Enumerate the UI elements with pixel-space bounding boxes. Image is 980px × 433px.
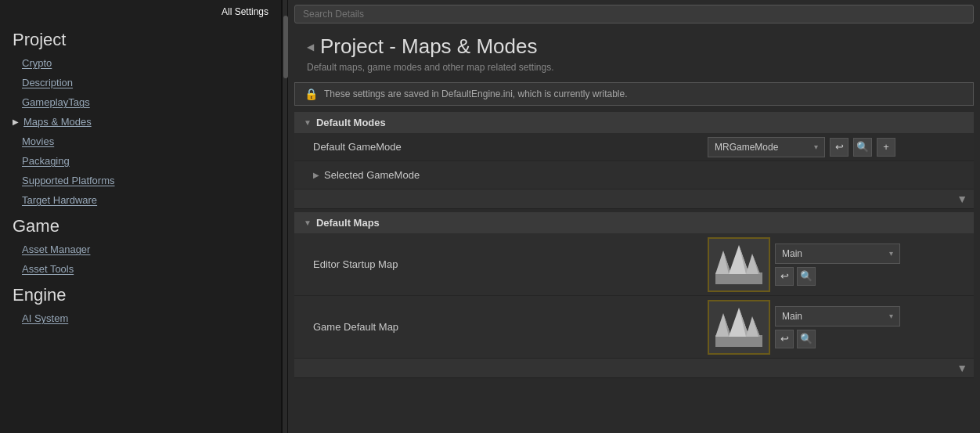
default-maps-down-arrow[interactable]: ▼ — [957, 362, 967, 374]
editor-startup-search-btn[interactable]: 🔍 — [797, 267, 816, 286]
editor-startup-map-label: Editor Startup Map — [294, 254, 701, 275]
default-maps-header[interactable]: ▼ Default Maps — [294, 212, 974, 233]
editor-startup-map-thumbnail — [708, 237, 770, 292]
page-subtitle: Default maps, game modes and other map r… — [288, 62, 980, 79]
sidebar-item-packaging[interactable]: Packaging — [0, 151, 281, 171]
default-gamemode-label: Default GameMode — [294, 136, 701, 157]
game-map-thumbnail-svg — [712, 304, 766, 351]
game-default-reset-btn[interactable]: ↩ — [775, 330, 794, 348]
search-input[interactable] — [294, 5, 974, 23]
gamemode-search-btn[interactable]: 🔍 — [853, 138, 872, 157]
sidebar-scroll-divider — [282, 0, 288, 433]
page-header: ◀ Project - Maps & Modes — [288, 28, 980, 62]
svg-rect-0 — [715, 272, 762, 284]
editor-startup-reset-btn[interactable]: ↩ — [775, 267, 794, 286]
game-default-map-row: Game Default Map Main — [294, 296, 974, 359]
selected-gamemode-expand-arrow[interactable]: ▶ — [313, 171, 319, 179]
all-settings-link[interactable]: All Settings — [0, 0, 281, 23]
selected-gamemode-row: ▶ Selected GameMode — [294, 161, 974, 189]
scroll-handle — [283, 16, 288, 78]
default-maps-footer: ▼ — [294, 359, 974, 378]
gamemode-reset-btn[interactable]: ↩ — [830, 138, 848, 157]
editor-startup-map-value: Main ▾ ↩ 🔍 — [701, 234, 974, 295]
game-default-map-thumbnail — [708, 300, 770, 355]
content-area: ▼ Default Modes Default GameMode MRGameM… — [288, 109, 980, 433]
default-gamemode-value: MRGameMode ▾ ↩ 🔍 + — [701, 134, 974, 161]
gamemode-dropdown-value: MRGameMode — [715, 142, 778, 153]
sidebar-item-ai-system[interactable]: AI System — [0, 309, 281, 328]
gamemode-dropdown[interactable]: MRGameMode ▾ — [708, 137, 825, 157]
game-default-map-controls: Main ▾ ↩ 🔍 — [775, 306, 900, 348]
default-modes-footer: ▼ — [294, 189, 974, 209]
editor-startup-map-controls: Main ▾ ↩ 🔍 — [775, 244, 900, 286]
gamemode-dropdown-arrow: ▾ — [814, 143, 818, 151]
editor-startup-dropdown-arrow: ▾ — [889, 249, 893, 258]
selected-gamemode-value — [701, 172, 974, 179]
sidebar: All Settings Project Crypto Description … — [0, 0, 282, 433]
sidebar-item-gameplaytags[interactable]: GameplayTags — [0, 92, 281, 112]
maps-modes-label: Maps & Modes — [23, 116, 92, 128]
sidebar-section-engine: Engine — [0, 279, 281, 309]
sidebar-section-project: Project — [0, 23, 281, 53]
default-modes-collapse-arrow: ▼ — [304, 118, 312, 127]
sidebar-section-game: Game — [0, 210, 281, 240]
game-default-map-value: Main ▾ ↩ 🔍 — [701, 297, 974, 358]
sidebar-item-crypto[interactable]: Crypto — [0, 53, 281, 73]
selected-gamemode-label: ▶ Selected GameMode — [294, 164, 701, 186]
editor-startup-map-dropdown[interactable]: Main ▾ — [775, 244, 900, 264]
editor-startup-map-dropdown-value: Main — [782, 248, 802, 259]
sidebar-item-description[interactable]: Description — [0, 73, 281, 92]
game-default-search-btn[interactable]: 🔍 — [797, 330, 816, 348]
sidebar-item-asset-manager[interactable]: Asset Manager — [0, 240, 281, 259]
map-thumbnail-svg — [712, 241, 766, 288]
game-default-dropdown-arrow: ▾ — [889, 312, 893, 320]
editor-startup-map-row: Editor Startup Map — [294, 233, 974, 296]
info-message: These settings are saved in DefaultEngin… — [324, 88, 628, 99]
default-modes-label: Default Modes — [316, 117, 386, 128]
maps-modes-arrow: ▶ — [13, 117, 19, 126]
default-gamemode-row: Default GameMode MRGameMode ▾ ↩ 🔍 + — [294, 133, 974, 161]
sidebar-item-maps-modes[interactable]: ▶ Maps & Modes — [0, 112, 281, 132]
game-default-map-dropdown-value: Main — [782, 311, 802, 322]
game-default-map-dropdown[interactable]: Main ▾ — [775, 306, 900, 327]
svg-rect-7 — [715, 335, 762, 347]
gamemode-add-btn[interactable]: + — [877, 138, 895, 157]
page-back-arrow: ◀ — [307, 41, 314, 52]
sidebar-item-movies[interactable]: Movies — [0, 132, 281, 151]
default-modes-down-arrow[interactable]: ▼ — [957, 193, 967, 205]
sidebar-item-target-hardware[interactable]: Target Hardware — [0, 190, 281, 210]
default-modes-header[interactable]: ▼ Default Modes — [294, 112, 974, 133]
default-maps-collapse-arrow: ▼ — [304, 218, 312, 227]
page-title: Project - Maps & Modes — [320, 34, 537, 59]
info-bar: 🔒 These settings are saved in DefaultEng… — [294, 82, 974, 106]
game-default-map-label: Game Default Map — [294, 316, 701, 337]
lock-icon: 🔒 — [304, 88, 318, 100]
main-content: ◀ Project - Maps & Modes Default maps, g… — [288, 0, 980, 433]
sidebar-item-supported-platforms[interactable]: Supported Platforms — [0, 171, 281, 190]
default-maps-label: Default Maps — [316, 217, 380, 229]
sidebar-item-asset-tools[interactable]: Asset Tools — [0, 259, 281, 279]
